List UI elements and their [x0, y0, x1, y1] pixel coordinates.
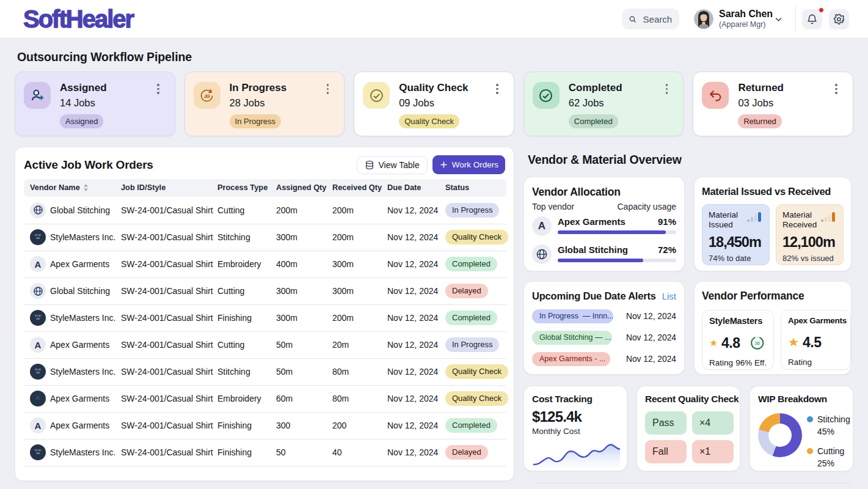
svg-text:36: 36 — [755, 340, 760, 346]
svg-text:JG: JG — [203, 93, 210, 98]
